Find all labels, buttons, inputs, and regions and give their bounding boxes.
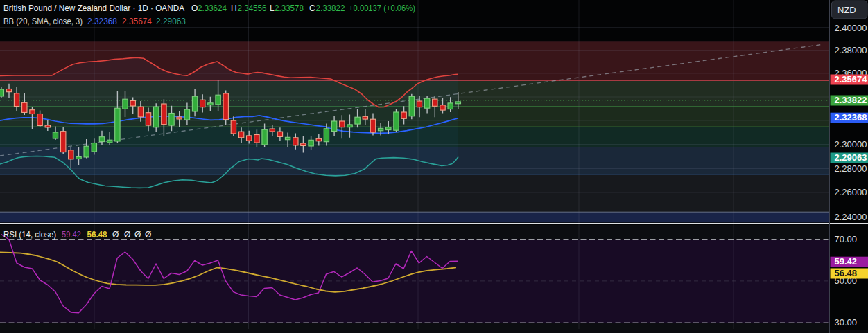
svg-text:2.29063: 2.29063 [835, 152, 867, 163]
svg-text:59.42: 59.42 [835, 256, 858, 267]
svg-text:2.28000: 2.28000 [835, 163, 867, 174]
svg-text:2.34556: 2.34556 [238, 3, 267, 13]
svg-text:2.24000: 2.24000 [835, 212, 867, 222]
svg-text:70.00: 70.00 [835, 234, 858, 244]
svg-text:L: L [270, 3, 275, 13]
svg-text:H: H [231, 3, 237, 13]
svg-text:Ø: Ø [112, 230, 119, 240]
svg-text:+0.00137 (+0.06%): +0.00137 (+0.06%) [349, 3, 415, 13]
svg-text:BB (20, SMA, close, 3): BB (20, SMA, close, 3) [3, 17, 83, 26]
svg-text:Ø: Ø [134, 230, 141, 240]
svg-text:2.29063: 2.29063 [156, 17, 186, 26]
svg-text:56.48: 56.48 [835, 268, 858, 278]
svg-text:RSI (14, close): RSI (14, close) [3, 230, 56, 240]
svg-text:2.38000: 2.38000 [835, 45, 867, 55]
svg-text:56.48: 56.48 [87, 230, 107, 240]
svg-text:Ø: Ø [124, 230, 130, 240]
svg-text:2.33624: 2.33624 [198, 3, 227, 13]
svg-text:NZD: NZD [837, 5, 856, 15]
svg-text:2.33822: 2.33822 [835, 95, 867, 105]
svg-text:2.33578: 2.33578 [275, 3, 304, 13]
svg-text:2.33822: 2.33822 [316, 3, 345, 13]
svg-text:C: C [309, 3, 315, 13]
svg-text:59.42: 59.42 [62, 230, 81, 240]
svg-text:2.35674: 2.35674 [835, 74, 868, 84]
svg-text:2.26000: 2.26000 [835, 187, 867, 197]
svg-text:British Pound / New Zealand Do: British Pound / New Zealand Dollar · 1D … [3, 3, 184, 13]
svg-text:2.32368: 2.32368 [835, 112, 867, 123]
svg-text:O: O [191, 3, 198, 13]
svg-text:2.40000: 2.40000 [835, 23, 867, 33]
svg-text:2.32368: 2.32368 [87, 17, 117, 26]
svg-text:2.35674: 2.35674 [122, 17, 152, 26]
svg-text:2.30000: 2.30000 [835, 139, 867, 150]
svg-text:30.00: 30.00 [835, 317, 858, 327]
svg-text:Ø: Ø [145, 230, 151, 240]
